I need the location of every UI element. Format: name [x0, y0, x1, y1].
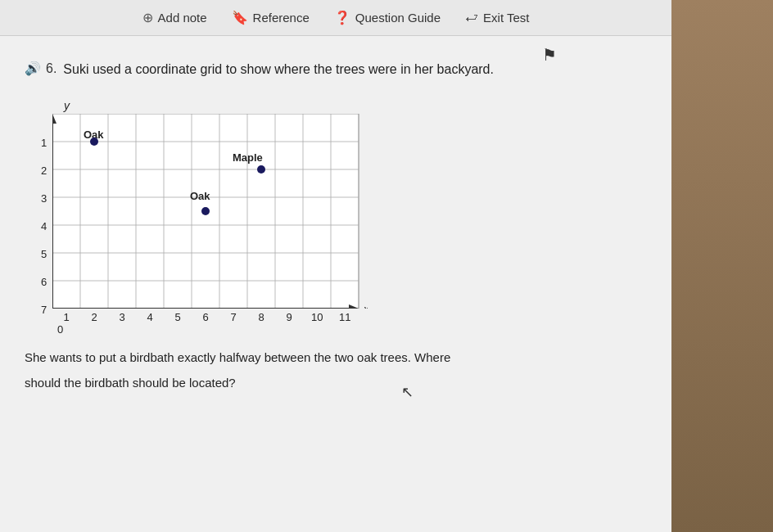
y-axis-title: y	[64, 99, 368, 112]
reference-button[interactable]: 🔖 Reference	[232, 10, 310, 25]
exit-test-label: Exit Test	[483, 11, 529, 25]
svg-text:x: x	[363, 303, 368, 309]
x-label-5: 5	[164, 311, 192, 323]
x-label-1: 1	[52, 311, 80, 323]
sidebar	[671, 0, 773, 532]
question-body-line2: should the birdbath should be located?	[25, 376, 639, 390]
question-guide-icon: ❓	[334, 10, 350, 25]
main-content: ⊕ Add note 🔖 Reference ❓ Question Guide …	[0, 0, 671, 532]
add-note-icon: ⊕	[142, 10, 153, 25]
question-number: 🔊 6.	[25, 61, 57, 76]
svg-text:Oak: Oak	[190, 190, 210, 202]
question-text: Suki used a coordinate grid to show wher…	[63, 61, 494, 79]
y-label-2: 2	[41, 156, 49, 184]
graph-area: 7 6 5 4 3 2 1	[41, 114, 368, 323]
x-label-9: 9	[275, 311, 303, 323]
graph-container: y 7 6 5 4 3 2 1	[41, 99, 368, 336]
add-note-label: Add note	[158, 11, 207, 25]
coordinate-grid: x Oak Maple Oak	[52, 114, 368, 309]
x-label-3: 3	[108, 311, 136, 323]
origin-label-row: 0	[57, 323, 368, 336]
svg-text:Maple: Maple	[233, 151, 263, 164]
flag-button[interactable]: ⚑	[542, 45, 557, 65]
x-axis-row: 1 2 3 4 5 6 7 8 9 10 11	[52, 311, 368, 323]
y-label-1: 1	[41, 128, 49, 156]
exit-test-button[interactable]: ⮐ Exit Test	[465, 11, 529, 25]
question-guide-button[interactable]: ❓ Question Guide	[334, 10, 441, 25]
question-area: 🔊 6. Suki used a coordinate grid to show…	[0, 36, 671, 532]
x-label-6: 6	[192, 311, 219, 323]
y-axis-labels: 7 6 5 4 3 2 1	[41, 128, 49, 323]
flag-icon: ⚑	[542, 46, 557, 64]
y-label-5: 5	[41, 240, 49, 268]
y-label-3: 3	[41, 184, 49, 212]
question-body-line1: She wants to put a birdbath exactly half…	[25, 348, 639, 367]
origin-zero: 0	[57, 323, 63, 336]
below-graph: She wants to put a birdbath exactly half…	[25, 348, 639, 390]
reference-icon: 🔖	[232, 10, 248, 25]
svg-point-24	[90, 138, 98, 146]
question-guide-label: Question Guide	[355, 11, 441, 25]
sound-icon[interactable]: 🔊	[25, 61, 41, 76]
x-label-7: 7	[219, 311, 247, 323]
x-label-8: 8	[247, 311, 275, 323]
svg-point-28	[201, 207, 210, 215]
x-label-11: 11	[331, 311, 359, 323]
toolbar: ⊕ Add note 🔖 Reference ❓ Question Guide …	[0, 0, 671, 36]
x-label-4: 4	[136, 311, 164, 323]
y-label-6: 6	[41, 268, 49, 295]
x-label-2: 2	[80, 311, 108, 323]
svg-point-26	[257, 165, 265, 174]
y-label-7: 7	[41, 295, 49, 323]
x-label-10: 10	[303, 311, 331, 323]
grid-wrapper: x Oak Maple Oak	[52, 114, 368, 323]
exit-test-icon: ⮐	[465, 11, 478, 25]
y-label-4: 4	[41, 212, 49, 240]
add-note-button[interactable]: ⊕ Add note	[142, 10, 207, 25]
reference-label: Reference	[253, 11, 310, 25]
